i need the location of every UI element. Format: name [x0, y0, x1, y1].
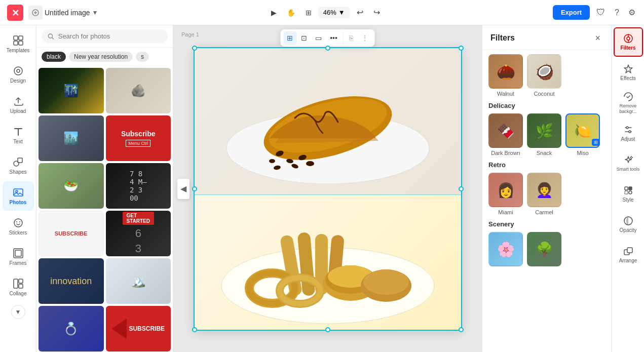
sidebar-item-templates[interactable]: Templates — [3, 29, 34, 59]
doc-title-area: Untitled image ▼ — [28, 6, 98, 20]
floating-dots-btn[interactable]: ⋮ — [358, 31, 372, 45]
right-item-label-effects: Effects — [620, 75, 635, 81]
right-item-smart-tools[interactable]: Smart tools — [614, 149, 643, 178]
sidebar-item-text[interactable]: Text — [3, 121, 34, 150]
filters-title: Filters — [490, 33, 515, 43]
photo-item[interactable]: Subscribe Menu Ctrl — [106, 115, 171, 161]
sidebar-item-label-frames: Frames — [10, 260, 27, 266]
right-item-adjust[interactable]: Adjust — [614, 119, 643, 148]
zoom-control[interactable]: 46% ▼ — [318, 7, 350, 18]
canvas-image-bottom[interactable] — [194, 194, 462, 331]
sidebar-item-label-upload: Upload — [10, 108, 26, 114]
filters-close-btn[interactable]: × — [592, 32, 603, 44]
floating-frame-btn[interactable]: ▭ — [312, 31, 325, 45]
doc-icon[interactable] — [28, 6, 43, 20]
filter-item-sky[interactable]: 🌸 — [488, 232, 523, 266]
search-input[interactable] — [58, 32, 162, 40]
photo-item[interactable]: innovation — [39, 258, 104, 304]
doc-title-chevron[interactable]: ▼ — [92, 9, 98, 16]
redo-btn[interactable]: ↪ — [370, 5, 384, 20]
photo-item[interactable]: 💍 — [39, 306, 104, 351]
settings-btn[interactable]: ⚙ — [626, 5, 638, 20]
filter-item-miami[interactable]: 👩 Miami — [488, 173, 523, 215]
sidebar-expand[interactable]: ▼ — [11, 305, 25, 319]
filters-panel: Filters × 🌰 Walnut 🥥 Coconut Delicacy — [482, 25, 612, 352]
photos-grid: 🌃 🪨 🏙️ Subscribe Menu Ctrl 🥗 7 84 M—2 30… — [36, 66, 173, 352]
pointer-tool[interactable]: ▶ — [268, 6, 280, 19]
filters-header: Filters × — [482, 25, 612, 50]
photo-item[interactable]: GETSTARTED 6 3 — [106, 211, 171, 256]
right-item-label-smart-tools: Smart tools — [617, 167, 640, 172]
right-item-style[interactable]: Style — [614, 179, 643, 209]
sidebar-item-frames[interactable]: Frames — [3, 242, 34, 271]
filter-item-snack[interactable]: 🌿 Snack — [527, 113, 561, 156]
floating-grid-btn[interactable]: ⊞ — [283, 31, 296, 45]
floating-copy-btn[interactable]: ⎘ — [346, 31, 357, 45]
right-item-effects[interactable]: Effects — [614, 58, 643, 87]
hand-tool[interactable]: ✋ — [283, 6, 299, 19]
photo-item[interactable]: 🏙️ — [39, 115, 104, 161]
filter-top-row: 🌰 Walnut 🥥 Coconut — [488, 54, 605, 97]
svg-point-7 — [14, 67, 22, 75]
sidebar-item-label-shapes: Shapes — [10, 169, 27, 175]
filter-item-miso[interactable]: 🍋 ⊞ Miso — [565, 113, 600, 156]
page-label: Page 1 — [181, 31, 199, 37]
svg-point-28 — [269, 159, 275, 163]
help-btn[interactable]: ? — [612, 6, 622, 20]
filter-item-coconut[interactable]: 🥥 Coconut — [527, 54, 561, 97]
photo-item[interactable]: 🏔️ — [106, 258, 171, 304]
filter-label-carmel: Carmel — [535, 209, 553, 215]
export-button[interactable]: Export — [553, 5, 590, 20]
tags-row: black New year resolution s — [36, 48, 173, 66]
photo-item[interactable]: SUBSCRIBE — [39, 211, 104, 256]
canvas-image-top[interactable] — [194, 47, 462, 194]
svg-point-51 — [626, 127, 628, 129]
layout-tool[interactable]: ⊞ — [302, 6, 315, 19]
canvas-wrapper: Page 1 ⊞ ⊡ ▭ ••• ⎘ ⋮ — [173, 25, 482, 352]
zoom-value: 46% — [323, 9, 336, 16]
sidebar-item-label-templates: Templates — [7, 48, 30, 53]
right-item-label-adjust: Adjust — [621, 136, 635, 142]
sidebar-item-photos[interactable]: Photos — [3, 181, 34, 211]
svg-rect-3 — [14, 36, 18, 40]
photo-item[interactable]: 7 84 M—2 300 — [106, 163, 171, 209]
sidebar-item-design[interactable]: Design — [3, 60, 34, 89]
right-item-label-remove-bg: Remove backgr... — [614, 103, 643, 114]
photo-item[interactable]: SUBSCRIBE — [106, 306, 171, 351]
svg-rect-4 — [19, 36, 23, 40]
right-item-remove-bg[interactable]: Remove backgr... — [614, 88, 643, 118]
canvas-prev-arrow[interactable]: ◀ — [177, 179, 190, 199]
photo-item[interactable]: 🪨 — [106, 68, 171, 113]
right-sidebar: Filters Effects Remove backgr... Adjust … — [612, 25, 644, 352]
doc-title: Untitled image — [45, 9, 90, 17]
photo-item[interactable]: 🥗 — [39, 163, 104, 209]
svg-point-53 — [629, 131, 631, 133]
zoom-chevron: ▼ — [338, 9, 345, 16]
shield-icon-btn[interactable]: 🛡 — [594, 5, 608, 20]
filter-item-walnut[interactable]: 🌰 Walnut — [488, 54, 523, 97]
tag-s[interactable]: s — [136, 52, 149, 62]
sidebar-item-stickers[interactable]: Stickers — [3, 212, 34, 241]
sidebar-item-shapes[interactable]: Shapes — [3, 151, 34, 180]
svg-point-8 — [17, 69, 20, 72]
floating-group-btn[interactable]: ⊡ — [297, 31, 311, 45]
right-item-opacity[interactable]: Opacity — [614, 210, 643, 239]
filter-item-carmel[interactable]: 👩‍🦱 Carmel — [527, 173, 561, 215]
filter-section-title-retro: Retro — [488, 161, 605, 169]
right-item-label-style: Style — [622, 197, 633, 203]
filter-item-field[interactable]: 🌳 — [527, 232, 561, 266]
sidebar-item-label-text: Text — [13, 139, 22, 144]
canvas-page[interactable] — [194, 47, 462, 331]
tag-new-year[interactable]: New year resolution — [69, 52, 133, 62]
filter-label-coconut: Coconut — [534, 91, 555, 97]
photo-item[interactable]: 🌃 — [39, 68, 104, 113]
filter-item-dark-brown[interactable]: 🍫 Dark Brown — [488, 113, 523, 156]
floating-more-btn[interactable]: ••• — [326, 31, 341, 45]
right-item-filters[interactable]: Filters — [614, 27, 643, 57]
sidebar-item-upload[interactable]: Upload — [3, 90, 34, 120]
undo-btn[interactable]: ↩ — [353, 5, 367, 20]
app-logo[interactable]: ✕ — [6, 4, 24, 22]
right-item-arrange[interactable]: Arrange — [614, 240, 643, 269]
sidebar-item-collage[interactable]: Collage — [3, 272, 34, 302]
tag-black[interactable]: black — [42, 52, 66, 62]
